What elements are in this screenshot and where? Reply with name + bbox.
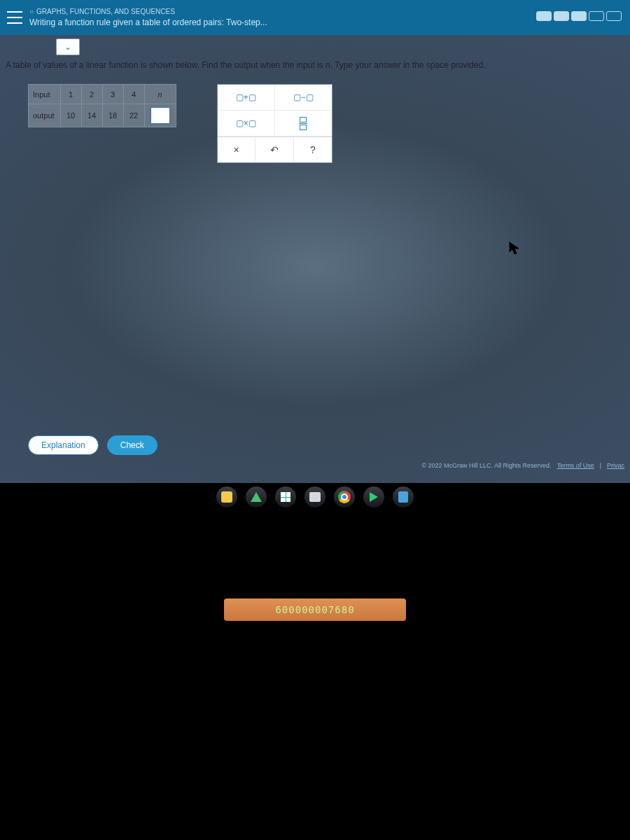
footer-separator: | — [600, 462, 601, 469]
check-button[interactable]: Check — [107, 435, 158, 455]
category-marker-icon: ○ — [29, 7, 34, 17]
answer-cell[interactable] — [144, 104, 176, 127]
lesson-title: Writing a function rule given a table of… — [29, 17, 267, 29]
chevron-down-icon: ⌄ — [64, 42, 71, 52]
progress-indicator — [536, 11, 622, 21]
menu-icon[interactable] — [7, 11, 22, 24]
table-row-label: Input — [29, 85, 61, 104]
terms-link[interactable]: Terms of Use — [557, 462, 594, 469]
taskbar-app-icon[interactable] — [216, 486, 237, 507]
instruction-text: A table of values of a linear function i… — [6, 60, 624, 70]
privacy-link[interactable]: Privac — [607, 462, 624, 469]
watermark-label: 600000007680 — [224, 598, 406, 621]
table-cell: 3 — [102, 85, 123, 104]
taskbar-chrome-icon[interactable] — [334, 486, 355, 507]
keypad-fraction[interactable] — [275, 111, 332, 136]
category-label: GRAPHS, FUNCTIONS, AND SEQUENCES — [36, 7, 175, 17]
keypad-minus[interactable]: ▢−▢ — [275, 85, 332, 110]
copyright-text: © 2022 McGraw Hill LLC. All Rights Reser… — [421, 462, 551, 469]
table-row-label: output — [29, 104, 61, 127]
table-cell: 10 — [60, 104, 81, 127]
os-taskbar — [0, 483, 630, 511]
table-cell: 1 — [60, 85, 81, 104]
progress-segment — [606, 11, 622, 21]
progress-segment — [589, 11, 604, 21]
taskbar-grid-icon[interactable] — [275, 486, 296, 507]
keypad-help[interactable]: ? — [294, 137, 332, 162]
keypad-times[interactable]: ▢×▢ — [218, 111, 275, 136]
app-header: ○ GRAPHS, FUNCTIONS, AND SEQUENCES Writi… — [0, 0, 630, 35]
table-cell: 4 — [123, 85, 144, 104]
progress-segment — [536, 11, 552, 21]
question-dropdown[interactable]: ⌄ — [56, 38, 80, 55]
taskbar-note-icon[interactable] — [393, 486, 414, 507]
footer: © 2022 McGraw Hill LLC. All Rights Reser… — [421, 462, 624, 469]
keypad-plus[interactable]: ▢+▢ — [218, 85, 275, 110]
progress-segment — [554, 11, 569, 21]
table-cell: 14 — [81, 104, 102, 127]
keypad-undo[interactable]: ↶ — [255, 137, 293, 162]
table-cell: 18 — [102, 104, 123, 127]
taskbar-files-icon[interactable] — [304, 486, 326, 507]
table-cell: n — [144, 85, 176, 104]
cursor-icon — [509, 241, 520, 255]
header-text: ○ GRAPHS, FUNCTIONS, AND SEQUENCES Writi… — [29, 7, 267, 29]
explanation-button[interactable]: Explanation — [28, 435, 99, 455]
fraction-icon — [299, 117, 307, 130]
keypad-clear[interactable]: × — [218, 137, 255, 162]
progress-segment — [571, 11, 587, 21]
function-table: Input 1 2 3 4 n output 10 14 18 22 — [28, 84, 176, 127]
answer-input[interactable] — [150, 107, 170, 124]
table-cell: 22 — [123, 104, 144, 127]
math-keypad: ▢+▢ ▢−▢ ▢×▢ × ↶ ? — [217, 84, 332, 163]
taskbar-play-icon[interactable] — [363, 486, 384, 507]
taskbar-drive-icon[interactable] — [246, 486, 267, 507]
table-cell: 2 — [81, 85, 102, 104]
